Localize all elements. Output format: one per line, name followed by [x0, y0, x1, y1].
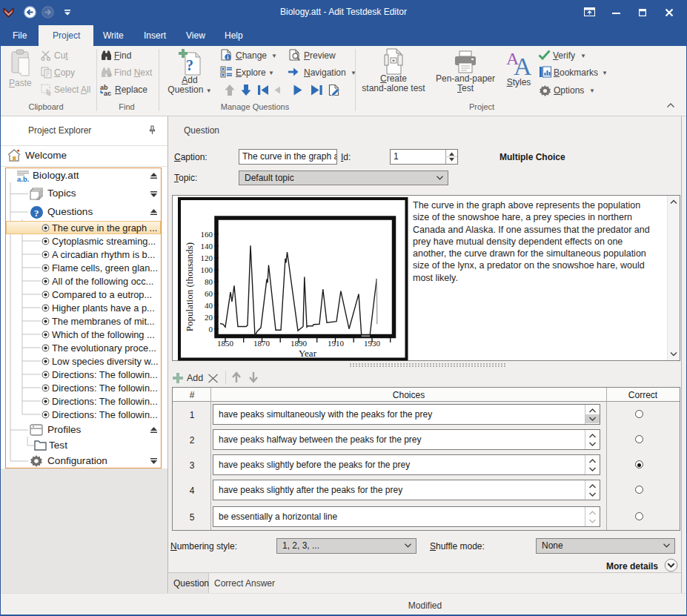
svg-text:1850: 1850 [217, 339, 234, 348]
svg-text:a.b.: a.b. [17, 175, 29, 183]
svg-text:A: A [514, 53, 531, 76]
svg-text:40: 40 [205, 301, 213, 310]
svg-text:1930: 1930 [364, 339, 381, 348]
svg-text:1870: 1870 [253, 339, 271, 348]
svg-text:Population (thousands): Population (thousands) [184, 242, 195, 331]
svg-text:ac: ac [104, 90, 111, 96]
svg-text:80: 80 [205, 277, 213, 286]
svg-text:?: ? [186, 57, 193, 73]
svg-text:1910: 1910 [328, 339, 345, 348]
svg-text:0: 0 [209, 325, 213, 334]
svg-text:60: 60 [205, 289, 213, 298]
svg-text:140: 140 [201, 242, 213, 251]
svg-text:100: 100 [201, 265, 213, 274]
svg-text:Year: Year [299, 348, 317, 359]
svg-text:120: 120 [201, 254, 213, 262]
svg-text:1890: 1890 [291, 339, 308, 348]
svg-text:?: ? [34, 208, 39, 219]
svg-text:160: 160 [201, 230, 213, 239]
svg-text:20: 20 [205, 313, 213, 322]
